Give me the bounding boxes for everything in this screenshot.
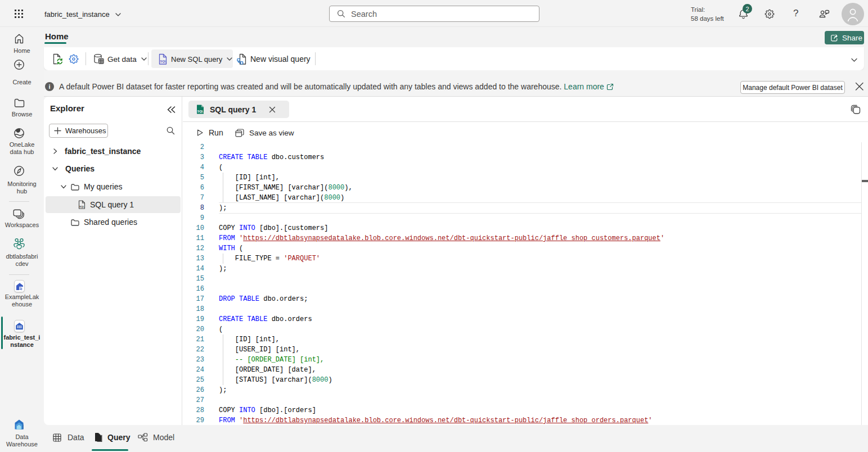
svg-text:SQL: SQL — [197, 110, 204, 113]
svg-text:SQL: SQL — [160, 60, 167, 63]
svg-text:SQL: SQL — [79, 205, 84, 208]
